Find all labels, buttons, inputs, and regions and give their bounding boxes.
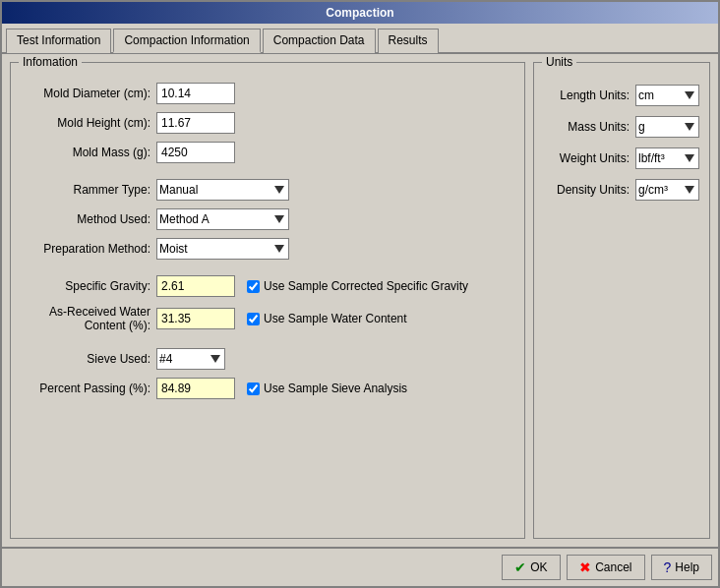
use-sieve-checkbox[interactable]: [247, 382, 260, 395]
weight-units-select[interactable]: lbf/ft³ kN/m³: [635, 147, 699, 169]
method-used-select[interactable]: Method A Method B Method C Method D: [156, 208, 289, 230]
mold-height-input[interactable]: [156, 112, 235, 134]
specific-gravity-label: Specific Gravity:: [19, 279, 156, 293]
percent-passing-row: Percent Passing (%): Use Sample Sieve An…: [19, 378, 516, 399]
help-button[interactable]: ? Help: [651, 555, 712, 580]
density-units-select[interactable]: g/cm³ kg/m³: [635, 179, 699, 201]
tab-results[interactable]: Results: [378, 29, 439, 53]
use-sieve-checkbox-row: Use Sample Sieve Analysis: [247, 382, 407, 395]
density-units-row: Density Units: g/cm³ kg/m³: [542, 179, 701, 201]
use-wc-checkbox[interactable]: [247, 313, 260, 325]
specific-gravity-input[interactable]: [156, 275, 235, 297]
prep-method-select[interactable]: Moist Dry: [156, 238, 289, 260]
sieve-used-label: Sieve Used:: [19, 352, 156, 366]
mold-diameter-label: Mold Diameter (cm):: [19, 87, 156, 100]
units-panel: Units Length Units: cm in Mass Units: g …: [533, 62, 710, 539]
rammer-type-select[interactable]: Manual Mechanical: [156, 179, 289, 201]
sieve-used-row: Sieve Used: #4 #3/4" No Oversize: [19, 348, 516, 370]
help-icon: ?: [664, 559, 672, 575]
density-units-label: Density Units:: [542, 183, 635, 197]
use-sg-checkbox[interactable]: [247, 280, 260, 293]
percent-passing-label: Percent Passing (%):: [19, 382, 156, 395]
tab-test-information[interactable]: Test Information: [6, 29, 111, 53]
mold-mass-row: Mold Mass (g):: [19, 142, 516, 163]
percent-passing-input[interactable]: [156, 378, 235, 399]
use-sg-label: Use Sample Corrected Specific Gravity: [264, 279, 468, 293]
use-wc-label: Use Sample Water Content: [264, 312, 407, 325]
bottom-bar: ✔ OK ✖ Cancel ? Help: [2, 547, 718, 586]
mold-mass-input[interactable]: [156, 142, 235, 163]
mold-diameter-row: Mold Diameter (cm):: [19, 83, 516, 104]
cancel-label: Cancel: [595, 560, 631, 574]
mold-height-label: Mold Height (cm):: [19, 116, 156, 130]
length-units-row: Length Units: cm in: [542, 85, 701, 106]
prep-method-row: Preparation Method: Moist Dry: [19, 238, 516, 260]
cancel-button[interactable]: ✖ Cancel: [567, 555, 644, 580]
length-units-label: Length Units:: [542, 88, 635, 102]
water-content-row: As-Received Water Content (%): Use Sampl…: [19, 305, 516, 332]
title-bar: Compaction: [2, 2, 718, 24]
weight-units-label: Weight Units:: [542, 151, 635, 165]
ok-icon: ✔: [514, 559, 526, 575]
main-window: Compaction Test Information Compaction I…: [0, 0, 720, 588]
mold-height-row: Mold Height (cm):: [19, 112, 516, 134]
weight-units-row: Weight Units: lbf/ft³ kN/m³: [542, 147, 701, 169]
prep-method-label: Preparation Method:: [19, 242, 156, 256]
rammer-type-label: Rammer Type:: [19, 183, 156, 197]
mold-diameter-input[interactable]: [156, 83, 235, 104]
water-content-input[interactable]: [156, 308, 235, 329]
mass-units-row: Mass Units: g kg lbs: [542, 116, 701, 138]
length-units-select[interactable]: cm in: [635, 85, 699, 106]
info-panel: Infomation Mold Diameter (cm): Mold Heig…: [10, 62, 525, 539]
method-used-row: Method Used: Method A Method B Method C …: [19, 208, 516, 230]
window-title: Compaction: [326, 6, 393, 20]
tab-compaction-information[interactable]: Compaction Information: [113, 29, 260, 53]
ok-button[interactable]: ✔ OK: [502, 555, 561, 580]
tab-bar: Test Information Compaction Information …: [2, 24, 718, 54]
help-label: Help: [675, 560, 699, 574]
content-area: Infomation Mold Diameter (cm): Mold Heig…: [2, 54, 718, 547]
mass-units-select[interactable]: g kg lbs: [635, 116, 699, 138]
units-panel-legend: Units: [542, 55, 576, 69]
rammer-type-row: Rammer Type: Manual Mechanical: [19, 179, 516, 201]
sieve-used-select[interactable]: #4 #3/4" No Oversize: [156, 348, 225, 370]
mold-mass-label: Mold Mass (g):: [19, 146, 156, 159]
tab-compaction-data[interactable]: Compaction Data: [263, 29, 376, 53]
cancel-icon: ✖: [579, 559, 591, 575]
mass-units-label: Mass Units:: [542, 120, 635, 134]
method-used-label: Method Used:: [19, 212, 156, 226]
ok-label: OK: [530, 560, 547, 574]
info-panel-legend: Infomation: [19, 55, 82, 69]
use-wc-checkbox-row: Use Sample Water Content: [247, 312, 407, 325]
use-sg-checkbox-row: Use Sample Corrected Specific Gravity: [247, 279, 468, 293]
specific-gravity-row: Specific Gravity: Use Sample Corrected S…: [19, 275, 516, 297]
water-content-label: As-Received Water Content (%):: [19, 305, 156, 332]
use-sieve-label: Use Sample Sieve Analysis: [264, 382, 407, 395]
